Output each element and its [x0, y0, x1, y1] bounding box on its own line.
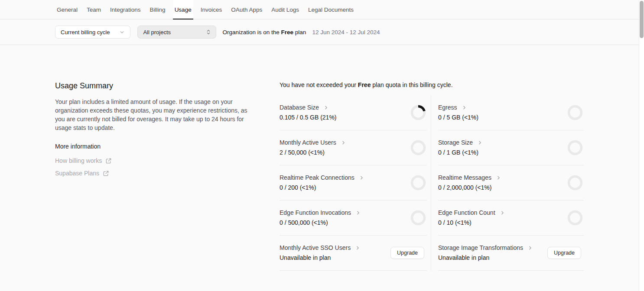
usage-donut-chart — [567, 210, 583, 226]
projects-select[interactable]: All projects — [137, 26, 216, 39]
upgrade-button[interactable]: Upgrade — [390, 247, 424, 259]
link-label: Supabase Plans — [55, 170, 99, 177]
column-divider — [431, 95, 431, 271]
quota-value: 0 / 200 (<1%) — [280, 183, 427, 192]
quota-value: 2 / 50,000 (<1%) — [280, 148, 427, 157]
link-how-billing-works[interactable]: How billing works — [55, 157, 254, 164]
usage-donut-chart — [410, 175, 426, 191]
more-information-heading: More information — [55, 143, 254, 150]
tab-invoices[interactable]: Invoices — [199, 0, 224, 19]
link-supabase-plans[interactable]: Supabase Plans — [55, 170, 254, 177]
projects-select-value: All projects — [143, 29, 171, 36]
quota-status-prefix: You have not exceeded your — [280, 81, 356, 88]
tab-oauth-apps[interactable]: OAuth Apps — [229, 0, 264, 19]
usage-summary-description: Your plan includes a limited amount of u… — [55, 97, 252, 132]
quota-title-link[interactable]: Monthly Active Users — [280, 138, 346, 147]
upgrade-button[interactable]: Upgrade — [547, 247, 581, 259]
quota-title: Database Size — [280, 103, 319, 112]
quota-cell-storage-size: Storage Size 0 / 1 GB (<1%) — [438, 130, 584, 165]
org-plan-text: Organization is on the Free plan — [222, 29, 306, 36]
usage-page-content: Usage Summary Your plan includes a limit… — [0, 45, 644, 271]
quota-value: 0 / 500,000 (<1%) — [280, 218, 427, 227]
quota-title-link[interactable]: Storage Image Transformations — [438, 243, 533, 252]
tab-billing[interactable]: Billing — [148, 0, 167, 19]
chevron-right-icon — [341, 140, 346, 146]
quota-cell-realtime-peak-connections: Realtime Peak Connections 0 / 200 (<1%) — [280, 165, 427, 200]
quota-cell-storage-image-transformations: Storage Image Transformations Unavailabl… — [438, 236, 584, 271]
org-settings-tabs: General Team Integrations Billing Usage … — [0, 0, 644, 19]
quota-title: Egress — [438, 103, 457, 112]
quota-title-link[interactable]: Monthly Active SSO Users — [280, 243, 361, 252]
donut-track — [412, 177, 425, 189]
quota-section: You have not exceeded your Free plan quo… — [280, 81, 584, 271]
org-plan-text-suffix: plan — [295, 29, 306, 36]
tab-legal-documents[interactable]: Legal Documents — [306, 0, 355, 19]
external-link-icon — [103, 170, 109, 177]
chevron-right-icon — [477, 140, 483, 146]
donut-track — [569, 142, 582, 154]
usage-donut-chart — [567, 105, 583, 120]
quota-title-link[interactable]: Realtime Messages — [438, 173, 501, 182]
page-title: Usage Summary — [55, 81, 254, 91]
donut-track — [569, 177, 582, 189]
quota-title: Storage Image Transformations — [438, 243, 523, 252]
quota-title: Edge Function Invocations — [280, 208, 351, 217]
donut-track — [412, 142, 425, 154]
chevron-right-icon — [496, 175, 501, 181]
quota-value: 0 / 10 (<1%) — [438, 218, 584, 227]
quota-cell-database-size: Database Size 0.105 / 0.5 GB (21%) — [280, 95, 427, 130]
quota-status-suffix: plan quota in this billing cycle. — [372, 81, 452, 88]
quota-cell-monthly-active-users: Monthly Active Users 2 / 50,000 (<1%) — [280, 130, 427, 165]
quota-title: Realtime Messages — [438, 173, 491, 182]
chevrons-up-down-icon — [205, 29, 211, 36]
tab-audit-logs[interactable]: Audit Logs — [270, 0, 301, 19]
quota-value: 0 / 1 GB (<1%) — [438, 148, 584, 157]
scrollbar[interactable] — [639, 0, 644, 291]
quota-title-link[interactable]: Realtime Peak Connections — [280, 173, 364, 182]
quota-title-link[interactable]: Edge Function Invocations — [280, 208, 361, 217]
chevron-down-icon — [119, 29, 125, 35]
usage-donut-chart — [410, 210, 426, 226]
donut-track — [569, 212, 582, 224]
tab-integrations[interactable]: Integrations — [108, 0, 143, 19]
billing-cycle-dropdown[interactable]: Current billing cycle — [55, 26, 130, 39]
usage-donut-chart — [410, 105, 426, 120]
chevron-right-icon — [355, 245, 361, 251]
quota-value: 0.105 / 0.5 GB (21%) — [280, 113, 427, 122]
quota-title: Monthly Active SSO Users — [280, 243, 351, 252]
quota-cell-monthly-active-sso-users: Monthly Active SSO Users Unavailable in … — [280, 236, 427, 271]
usage-summary-section: Usage Summary Your plan includes a limit… — [55, 81, 254, 271]
link-label: How billing works — [55, 157, 102, 164]
quota-title: Realtime Peak Connections — [280, 173, 355, 182]
usage-donut-chart — [567, 175, 583, 191]
quota-title-link[interactable]: Storage Size — [438, 138, 483, 147]
quota-value: 0 / 5 GB (<1%) — [438, 113, 584, 122]
quota-title-link[interactable]: Edge Function Count — [438, 208, 505, 217]
chevron-right-icon — [359, 175, 364, 181]
tab-general[interactable]: General — [55, 0, 79, 19]
quota-cell-realtime-messages: Realtime Messages 0 / 2,000,000 (<1%) — [438, 165, 584, 200]
quota-status-plan-name: Free — [358, 81, 371, 88]
billing-cycle-label: Current billing cycle — [61, 29, 110, 36]
quota-status-text: You have not exceeded your Free plan quo… — [280, 81, 584, 88]
chevron-right-icon — [462, 105, 467, 110]
quota-title-link[interactable]: Database Size — [280, 103, 329, 112]
quota-title-link[interactable]: Egress — [438, 103, 467, 112]
chevron-right-icon — [323, 105, 329, 110]
tab-usage[interactable]: Usage — [173, 0, 193, 19]
org-plan-text-prefix: Organization is on the — [222, 29, 279, 36]
donut-track — [412, 212, 425, 224]
quota-value: 0 / 2,000,000 (<1%) — [438, 183, 584, 192]
quota-cell-egress: Egress 0 / 5 GB (<1%) — [438, 95, 584, 130]
tab-team[interactable]: Team — [85, 0, 103, 19]
usage-donut-chart — [410, 140, 426, 155]
quota-cell-edge-function-invocations: Edge Function Invocations 0 / 500,000 (<… — [280, 200, 427, 236]
org-plan-name: Free — [281, 29, 294, 36]
external-link-icon — [105, 158, 112, 164]
chevron-right-icon — [500, 210, 505, 216]
quota-title: Storage Size — [438, 138, 473, 147]
chevron-right-icon — [355, 210, 361, 216]
filter-bar: Current billing cycle All projects Organ… — [0, 19, 644, 45]
donut-track — [569, 107, 582, 119]
scrollbar-thumb[interactable] — [640, 1, 644, 38]
